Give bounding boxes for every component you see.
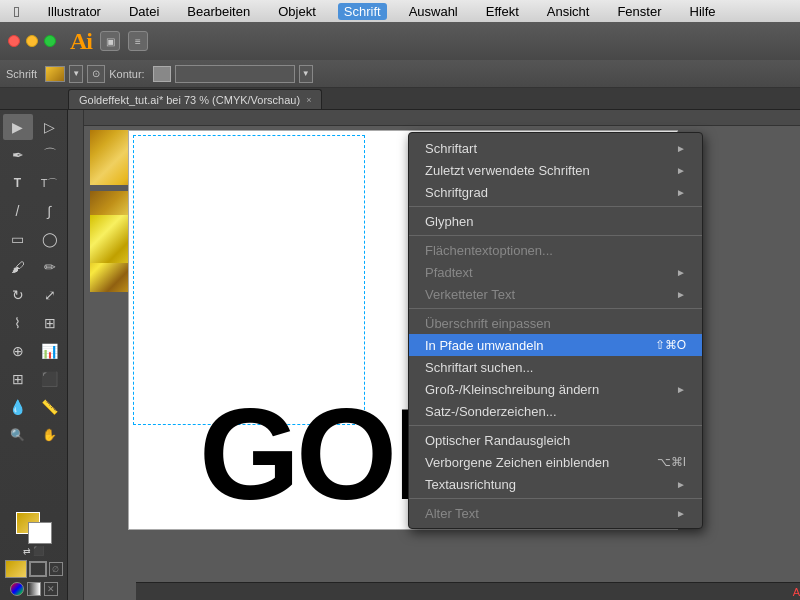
tool-pencil[interactable]: ✏ [35,254,65,280]
tool-type-path[interactable]: T⌒ [35,170,65,196]
background-swatch[interactable] [28,522,52,544]
color-mode-icon[interactable] [10,582,24,596]
submenu-arrow-pfadtext: ► [676,267,686,278]
tool-brush[interactable]: 🖌 [3,254,33,280]
menu-ansicht[interactable]: Ansicht [541,3,596,20]
kontur-dropdown[interactable]: ▼ [299,65,313,83]
submenu-arrow-schriftgrad: ► [676,187,686,198]
title-bar: Ai ▣ ≡ [0,22,800,60]
tool-free-transform[interactable]: ⊞ [35,310,65,336]
menu-item-satz-sonder[interactable]: Satz-/Sonderzeichen... [409,400,702,422]
gradient-mode-icon[interactable] [27,582,41,596]
tool-ellipse[interactable]: ◯ [35,226,65,252]
canvas-area[interactable]: GOLD Abbildung: 15 Schriftart ► Zuletzt … [68,110,800,600]
menu-item-zuletzt[interactable]: Zuletzt verwendete Schriften ► [409,159,702,181]
submenu-arrow-schriftart: ► [676,143,686,154]
menu-bearbeiten[interactable]: Bearbeiten [181,3,256,20]
close-button[interactable] [8,35,20,47]
menu-item-alter-text[interactable]: Alter Text ► [409,502,702,524]
menu-illustrator[interactable]: Illustrator [41,3,106,20]
schrift-swatch[interactable] [45,66,65,82]
menu-auswahl[interactable]: Auswahl [403,3,464,20]
kontur-input[interactable] [175,65,295,83]
stroke-icon[interactable] [29,561,47,577]
tool-mesh[interactable]: ⊞ [3,366,33,392]
separator-5 [409,498,702,499]
submenu-arrow-verkettet: ► [676,289,686,300]
tool-warp[interactable]: ⌇ [3,310,33,336]
kontur-swatch[interactable] [153,66,171,82]
separator-2 [409,235,702,236]
separator-1 [409,206,702,207]
swatch-icon[interactable]: ⊙ [87,65,105,83]
window-controls[interactable] [8,35,56,47]
tool-eyedropper[interactable]: 💧 [3,394,33,420]
menu-item-schriftgrad[interactable]: Schriftgrad ► [409,181,702,203]
menu-item-gross-klein[interactable]: Groß-/Kleinschreibung ändern ► [409,378,702,400]
menu-datei[interactable]: Datei [123,3,165,20]
title-icon-2: ≡ [128,31,148,51]
minimize-button[interactable] [26,35,38,47]
menu-effekt[interactable]: Effekt [480,3,525,20]
menu-item-flaechentextoptionen[interactable]: Flächentextoptionen... [409,239,702,261]
tool-pen[interactable]: ✒ [3,142,33,168]
menu-item-pfadtext[interactable]: Pfadtext ► [409,261,702,283]
separator-3 [409,308,702,309]
fill-icon[interactable] [5,560,27,578]
tool-gradient[interactable]: ⬛ [35,366,65,392]
menu-item-schriftart[interactable]: Schriftart ► [409,137,702,159]
tool-direct-select[interactable]: ▷ [35,114,65,140]
menu-hilfe[interactable]: Hilfe [684,3,722,20]
menu-item-verborgene-zeichen[interactable]: Verborgene Zeichen einblenden ⌥⌘I [409,451,702,473]
submenu-arrow-textausrichtung: ► [676,479,686,490]
menu-objekt[interactable]: Objekt [272,3,322,20]
kontur-label: Kontur: [109,68,144,80]
toolbar: Schrift ▼ ⊙ Kontur: ▼ [0,60,800,88]
submenu-arrow-gross-klein: ► [676,384,686,395]
separator-4 [409,425,702,426]
menu-item-optischer-rand[interactable]: Optischer Randausgleich [409,429,702,451]
tab-close[interactable]: × [306,95,311,105]
tool-rect[interactable]: ▭ [3,226,33,252]
menu-item-verkettet[interactable]: Verketteter Text ► [409,283,702,305]
title-icon-1: ▣ [100,31,120,51]
tool-column-graph[interactable]: 📊 [35,338,65,364]
schrift-label: Schrift [6,68,37,80]
tool-line[interactable]: / [3,198,33,224]
maximize-button[interactable] [44,35,56,47]
tool-hand[interactable]: ✋ [35,422,65,448]
menu-item-in-pfade[interactable]: In Pfade umwandeln ⇧⌘O [409,334,702,356]
swap-colors-icon[interactable]: ⇄ [23,546,31,556]
none-icon[interactable]: ∅ [49,562,63,576]
menu-fenster[interactable]: Fenster [611,3,667,20]
tab-bar: Goldeffekt_tut.ai* bei 73 % (CMYK/Vorsch… [0,88,800,110]
tool-symbol-spray[interactable]: ⊕ [3,338,33,364]
default-colors-icon[interactable]: ⬛ [33,546,44,556]
schrift-dropdown-menu: Schriftart ► Zuletzt verwendete Schrifte… [408,132,703,529]
tool-arc[interactable]: ∫ [35,198,65,224]
swatch-dropdown[interactable]: ▼ [69,65,83,83]
status-bar: Abbildung: 15 [136,582,800,600]
shortcut-verborgene: ⌥⌘I [657,455,686,469]
color-swatches: ⇄ ⬛ ∅ ✕ [5,512,63,596]
ruler-vertical [68,110,84,600]
menu-item-textausrichtung[interactable]: Textausrichtung ► [409,473,702,495]
apple-menu[interactable]:  [8,2,25,21]
none-fill-icon[interactable]: ✕ [44,582,58,596]
fg-bg-swatches[interactable] [16,512,52,544]
menu-item-ueberschrift[interactable]: Überschrift einpassen [409,312,702,334]
menu-item-glyphen[interactable]: Glyphen [409,210,702,232]
tool-select[interactable]: ▶ [3,114,33,140]
menu-item-schriftart-suchen[interactable]: Schriftart suchen... [409,356,702,378]
tool-type[interactable]: T [3,170,33,196]
tool-scale[interactable]: ⤢ [35,282,65,308]
tool-zoom[interactable]: 🔍 [3,422,33,448]
document-tab[interactable]: Goldeffekt_tut.ai* bei 73 % (CMYK/Vorsch… [68,89,322,109]
ruler-horizontal [68,110,800,126]
tool-rotate[interactable]: ↻ [3,282,33,308]
menu-schrift[interactable]: Schrift [338,3,387,20]
shortcut-in-pfade: ⇧⌘O [655,338,686,352]
tool-curvature[interactable]: ⌒ [35,142,65,168]
menu-bar:  Illustrator Datei Bearbeiten Objekt Sc… [0,0,800,22]
tool-measure[interactable]: 📏 [35,394,65,420]
